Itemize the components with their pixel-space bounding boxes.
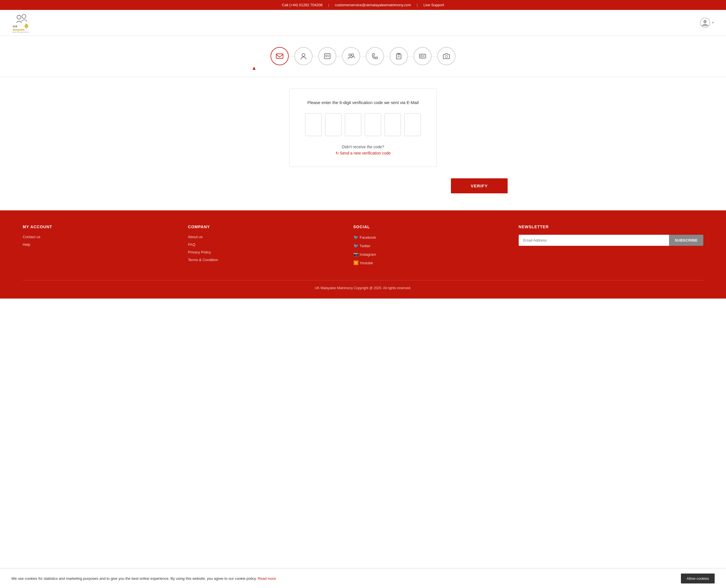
id-step-icon: [419, 52, 426, 60]
step-7-id[interactable]: [414, 47, 432, 65]
code-input-1[interactable]: [305, 113, 321, 136]
step-1-wrapper: [271, 47, 289, 65]
footer-social: SOCIAL 🐦 Facebook 🐦 Twitter 📷 Instagram …: [353, 225, 507, 269]
footer-instagram[interactable]: 📷 Instagram: [353, 252, 507, 257]
camera-step-icon: [443, 52, 450, 60]
code-input-2[interactable]: [325, 113, 341, 136]
svg-point-14: [351, 54, 354, 56]
contact-step-icon: [324, 52, 331, 60]
verify-card: Please enter the 6-digit verification co…: [289, 88, 437, 167]
footer-facebook[interactable]: 🐦 Facebook: [353, 235, 507, 240]
svg-point-6: [703, 20, 707, 23]
user-dropdown-arrow: ▼: [711, 21, 715, 25]
phone-text[interactable]: Call (+44) 01282 704206: [282, 3, 323, 7]
resend-icon: ↻: [335, 151, 339, 155]
svg-point-20: [420, 55, 422, 57]
footer-my-account: MY ACCOUNT Contact us Help: [23, 225, 177, 269]
footer-youtube[interactable]: ▶️ Youtube: [353, 260, 507, 265]
facebook-label: Facebook: [359, 235, 376, 239]
svg-text:U.K: U.K: [13, 25, 18, 28]
footer-help[interactable]: Help: [23, 243, 177, 247]
facebook-icon: 🐦: [353, 235, 359, 239]
footer-grid: MY ACCOUNT Contact us Help COMPANY About…: [23, 225, 703, 269]
step-arrow: ▲: [252, 65, 257, 71]
twitter-icon: 🐦: [353, 243, 359, 248]
email-text[interactable]: customerservice@ukmalayaleematrimony.com: [335, 3, 411, 7]
footer-company: COMPANY About us FAQ Privacy Policy Term…: [188, 225, 342, 269]
email-step-icon: [276, 52, 284, 60]
phone-step-icon: [371, 52, 379, 60]
newsletter-email-input[interactable]: [519, 235, 669, 246]
divider-1: |: [328, 3, 329, 7]
instagram-label: Instagram: [359, 252, 376, 257]
svg-rect-7: [276, 54, 283, 58]
logo-icon: U.K Malayalee MATRIMONY: [11, 13, 34, 33]
footer-twitter[interactable]: 🐦 Twitter: [353, 243, 507, 248]
person-step-icon: [300, 52, 307, 60]
verify-btn-row: VERIFY: [207, 178, 519, 210]
svg-point-1: [22, 15, 26, 18]
code-input-3[interactable]: [345, 113, 361, 136]
subscribe-button[interactable]: SUBSCRIBE: [669, 235, 703, 246]
resend-link[interactable]: ↻ Send a new verification code: [304, 151, 422, 155]
verify-section: Please enter the 6-digit verification co…: [0, 83, 726, 178]
step-5-phone[interactable]: [366, 47, 384, 65]
resend-label: Send a new verification code: [340, 151, 391, 155]
footer-about-us[interactable]: About us: [188, 235, 342, 239]
instagram-icon: 📷: [353, 252, 359, 257]
step-indicator: ▲: [0, 65, 726, 71]
stepper: [271, 47, 455, 65]
verify-instruction: Please enter the 6-digit verification co…: [304, 100, 422, 105]
user-menu-btn[interactable]: ▼: [700, 18, 715, 28]
didnt-receive-text: Didn't receive the code?: [304, 145, 422, 149]
youtube-icon: ▶️: [353, 260, 359, 265]
header: U.K Malayalee MATRIMONY ▼: [0, 10, 726, 36]
svg-point-10: [326, 55, 327, 57]
footer-contact-us[interactable]: Contact us: [23, 235, 177, 239]
step-3-contact[interactable]: [318, 47, 336, 65]
step-2-person[interactable]: [294, 47, 312, 65]
company-heading: COMPANY: [188, 225, 342, 229]
step-6-clipboard[interactable]: [390, 47, 408, 65]
logo-area[interactable]: U.K Malayalee MATRIMONY: [11, 13, 34, 33]
user-icon: [700, 18, 710, 28]
group-step-icon: [347, 52, 355, 60]
stepper-section: [0, 36, 726, 65]
svg-point-0: [17, 15, 21, 19]
code-input-4[interactable]: [365, 113, 381, 136]
svg-point-13: [349, 54, 351, 56]
footer: MY ACCOUNT Contact us Help COMPANY About…: [0, 210, 726, 298]
step-1-email[interactable]: [271, 47, 289, 65]
my-account-heading: MY ACCOUNT: [23, 225, 177, 229]
verify-button[interactable]: VERIFY: [451, 178, 507, 193]
youtube-label: Youtube: [359, 261, 373, 265]
code-input-5[interactable]: [385, 113, 401, 136]
live-support-text[interactable]: Live Support: [423, 3, 444, 7]
svg-text:MATRIMONY: MATRIMONY: [13, 31, 29, 33]
svg-text:Malayalee: Malayalee: [13, 28, 24, 31]
resend-area: Didn't receive the code? ↻ Send a new ve…: [304, 145, 422, 155]
top-bar: Call (+44) 01282 704206 | customerservic…: [0, 0, 726, 10]
svg-point-8: [302, 54, 305, 57]
step-4-group[interactable]: [342, 47, 360, 65]
social-heading: SOCIAL: [353, 225, 507, 229]
footer-privacy-policy[interactable]: Privacy Policy: [188, 250, 342, 254]
section-divider: [0, 77, 726, 77]
footer-newsletter: NEWSLETTER SUBSCRIBE: [519, 225, 703, 269]
footer-terms[interactable]: Terms & Condition: [188, 258, 342, 262]
code-inputs-container: [304, 113, 422, 136]
newsletter-row: SUBSCRIBE: [519, 235, 703, 246]
divider-2: |: [417, 3, 418, 7]
newsletter-heading: NEWSLETTER: [519, 225, 703, 229]
code-input-6[interactable]: [405, 113, 421, 136]
twitter-label: Twitter: [359, 244, 370, 248]
footer-faq[interactable]: FAQ: [188, 243, 342, 247]
clipboard-step-icon: [395, 52, 402, 60]
footer-copyright: UK Malayalee Matrimony Copyright @ 2020.…: [23, 280, 703, 290]
svg-point-23: [445, 55, 448, 58]
step-8-camera[interactable]: [437, 47, 455, 65]
